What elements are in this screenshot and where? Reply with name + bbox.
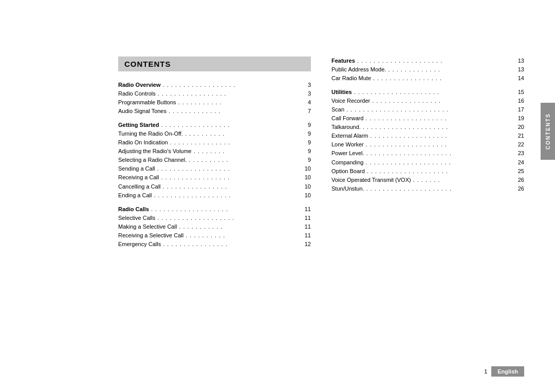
public-address-label: Public Address Mode. [331, 65, 386, 74]
call-forward-dots: . . . . . . . . . . . . . . . . . . . . [363, 114, 517, 123]
radio-calls-page: 11 [305, 205, 311, 214]
receiving-selective-call-dots: . . . . . . . . . . [183, 231, 305, 240]
companding-page: 24 [518, 158, 524, 167]
right-column: Features . . . . . . . . . . . . . . . .… [331, 57, 524, 351]
page: CONTENTS CONTENTS Radio Overview . . . .… [0, 0, 555, 392]
radio-overview-dots: . . . . . . . . . . . . . . . . . . [161, 81, 308, 89]
toc-sending-call: Sending a Call . . . . . . . . . . . . .… [118, 164, 311, 173]
section-features: Features . . . . . . . . . . . . . . . .… [331, 57, 524, 83]
toc-receiving-selective-call: Receiving a Selective Call . . . . . . .… [118, 231, 311, 240]
language-label: English [497, 368, 518, 375]
voice-recorder-page: 16 [518, 97, 524, 105]
section-getting-started: Getting Started . . . . . . . . . . . . … [118, 121, 311, 199]
bottom-bar: 1 English [484, 366, 524, 377]
toc-receiving-call: Receiving a Call . . . . . . . . . . . .… [118, 173, 311, 182]
adjusting-volume-page: 9 [308, 147, 311, 156]
cancelling-call-dots: . . . . . . . . . . . . . . . . [161, 182, 305, 191]
stun-unstun-page: 26 [518, 184, 524, 193]
talkaround-page: 20 [518, 123, 524, 132]
selecting-channel-dots: . . . . . . . . . . [187, 156, 308, 164]
making-selective-call-label: Making a Selective Call [118, 222, 177, 231]
side-tab-label: CONTENTS [545, 113, 551, 150]
emergency-calls-label: Emergency Calls [118, 240, 161, 249]
option-board-label: Option Board [331, 167, 365, 176]
section-title-getting-started: Getting Started . . . . . . . . . . . . … [118, 121, 311, 129]
section-title-features: Features . . . . . . . . . . . . . . . .… [331, 57, 524, 65]
scan-page: 17 [518, 105, 524, 114]
selecting-channel-page: 9 [308, 156, 311, 164]
sending-call-dots: . . . . . . . . . . . . . . . . . . [155, 164, 305, 173]
toc-adjusting-volume: Adjusting the Radio's Volume . . . . . .… [118, 147, 311, 156]
public-address-dots: . . . . . . . . . . . . . [386, 65, 517, 74]
toc-ending-call: Ending a Call . . . . . . . . . . . . . … [118, 191, 311, 200]
content-area: CONTENTS Radio Overview . . . . . . . . … [118, 57, 524, 351]
option-board-page: 25 [518, 167, 524, 176]
receiving-selective-call-label: Receiving a Selective Call [118, 231, 183, 240]
receiving-call-label: Receiving a Call [118, 173, 159, 182]
radio-overview-label: Radio Overview [118, 81, 161, 89]
radio-calls-label: Radio Calls [118, 205, 149, 214]
emergency-calls-page: 12 [305, 240, 311, 249]
emergency-calls-dots: . . . . . . . . . . . . . . . . [161, 240, 305, 249]
adjusting-volume-label: Adjusting the Radio's Volume [118, 147, 192, 156]
receiving-selective-call-page: 11 [305, 231, 311, 240]
talkaround-dots: . . . . . . . . . . . . . . . . . . . . … [361, 123, 518, 132]
getting-started-dots: . . . . . . . . . . . . . . . . . [159, 121, 307, 129]
toc-emergency-calls: Emergency Calls . . . . . . . . . . . . … [118, 240, 311, 249]
radio-on-indication-page: 9 [308, 138, 311, 147]
power-level-dots: . . . . . . . . . . . . . . . . . . . . … [364, 149, 518, 158]
sending-call-page: 10 [305, 164, 311, 173]
features-dots: . . . . . . . . . . . . . . . . . . . . … [355, 57, 518, 65]
radio-controls-label: Radio Controls [118, 89, 156, 98]
selective-calls-label: Selective Calls [118, 214, 155, 222]
english-badge: English [491, 366, 524, 377]
selective-calls-dots: . . . . . . . . . . . . . . . . . . . [155, 214, 305, 222]
receiving-call-page: 10 [305, 173, 311, 182]
toc-radio-on-indication: Radio On Indication . . . . . . . . . . … [118, 138, 311, 147]
utilities-page: 15 [518, 88, 524, 97]
public-address-page: 13 [518, 65, 524, 74]
companding-label: Companding [331, 158, 363, 167]
car-radio-mute-label: Car Radio Mute [331, 74, 371, 83]
toc-option-board: Option Board . . . . . . . . . . . . . .… [331, 167, 524, 176]
toc-car-radio-mute: Car Radio Mute . . . . . . . . . . . . .… [331, 74, 524, 83]
car-radio-mute-dots: . . . . . . . . . . . . . . . . . [371, 74, 518, 83]
toc-making-selective-call: Making a Selective Call . . . . . . . . … [118, 222, 311, 231]
call-forward-label: Call Forward [331, 114, 363, 123]
toc-lone-worker: Lone Worker . . . . . . . . . . . . . . … [331, 140, 524, 149]
toc-selecting-channel: Selecting a Radio Channel. . . . . . . .… [118, 156, 311, 164]
making-selective-call-page: 11 [305, 222, 311, 231]
sending-call-label: Sending a Call [118, 164, 155, 173]
voice-recorder-label: Voice Recorder [331, 97, 370, 105]
programmable-buttons-page: 4 [308, 98, 311, 107]
toc-talkaround: Talkaround. . . . . . . . . . . . . . . … [331, 123, 524, 132]
lone-worker-label: Lone Worker [331, 140, 364, 149]
radio-overview-page: 3 [308, 81, 311, 89]
section-radio-overview: Radio Overview . . . . . . . . . . . . .… [118, 81, 311, 116]
features-page: 13 [518, 57, 524, 65]
voice-recorder-dots: . . . . . . . . . . . . . . . . . [370, 97, 518, 105]
left-column: CONTENTS Radio Overview . . . . . . . . … [118, 57, 311, 351]
programmable-buttons-label: Programmable Buttons [118, 98, 176, 107]
radio-on-indication-label: Radio On Indication [118, 138, 168, 147]
getting-started-page: 9 [308, 121, 311, 129]
side-tab: CONTENTS [541, 103, 555, 160]
toc-power-level: Power Level. . . . . . . . . . . . . . .… [331, 149, 524, 158]
external-alarm-dots: . . . . . . . . . . . . . . . . . . . [368, 132, 518, 140]
getting-started-label: Getting Started [118, 121, 159, 129]
turning-radio-dots: . . . . . . . . . . [183, 129, 308, 138]
companding-dots: . . . . . . . . . . . . . . . . . . . . … [363, 158, 517, 167]
making-selective-call-dots: . . . . . . . . . . . [177, 222, 304, 231]
radio-on-indication-dots: . . . . . . . . . . . . . . . [168, 138, 308, 147]
radio-controls-page: 3 [308, 89, 311, 98]
cancelling-call-label: Cancelling a Call [118, 182, 161, 191]
turning-radio-label: Turning the Radio On-Off. [118, 129, 183, 138]
toc-call-forward: Call Forward . . . . . . . . . . . . . .… [331, 114, 524, 123]
lone-worker-dots: . . . . . . . . . . . . . . . . . . . . [364, 140, 518, 149]
audio-signal-tones-page: 7 [308, 107, 311, 116]
lone-worker-page: 22 [518, 140, 524, 149]
scan-dots: . . . . . . . . . . . . . . . . . . . . … [344, 105, 518, 114]
receiving-call-dots: . . . . . . . . . . . . . . . . . [159, 173, 304, 182]
ending-call-dots: . . . . . . . . . . . . . . . . . . . [152, 191, 304, 200]
toc-programmable-buttons: Programmable Buttons . . . . . . . . . .… [118, 98, 311, 107]
